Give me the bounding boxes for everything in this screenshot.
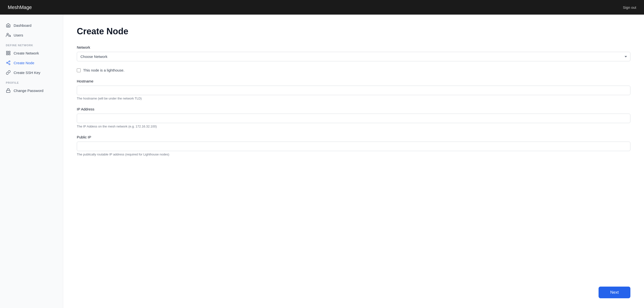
- ip-address-hint: The IP Addess on the mesh network (e.g. …: [77, 125, 630, 128]
- sidebar-item-create-network[interactable]: Create Network: [0, 48, 63, 58]
- sidebar-label-create-node: Create Node: [14, 61, 34, 65]
- public-ip-label: Public IP: [77, 135, 630, 139]
- hostname-hint: The hostname (will be under the network …: [77, 97, 630, 100]
- lighthouse-label: This node is a lighthouse.: [83, 68, 124, 72]
- svg-point-0: [7, 33, 8, 35]
- sidebar: Dashboard Users Define Network: [0, 15, 63, 308]
- app-logo: MeshMage: [8, 5, 32, 10]
- page-title: Create Node: [77, 26, 630, 37]
- svg-rect-4: [9, 54, 10, 55]
- ip-address-label: IP Address: [77, 107, 630, 111]
- sidebar-item-create-node[interactable]: Create Node: [0, 58, 63, 68]
- svg-rect-8: [6, 90, 10, 92]
- hostname-field-group: Hostname The hostname (will be under the…: [77, 79, 630, 100]
- lock-icon: [6, 88, 11, 93]
- users-icon: [6, 33, 11, 38]
- section-define-network: Define Network: [0, 40, 63, 48]
- public-ip-field-group: Public IP The publically routable IP add…: [77, 135, 630, 156]
- header: MeshMage Sign out: [0, 0, 644, 15]
- layout: Dashboard Users Define Network: [0, 15, 644, 308]
- svg-point-7: [9, 64, 10, 65]
- home-icon: [6, 23, 11, 28]
- public-ip-input[interactable]: [77, 142, 630, 151]
- hostname-label: Hostname: [77, 79, 630, 83]
- sidebar-item-create-ssh-key[interactable]: Create SSH Key: [0, 68, 63, 77]
- ip-address-input[interactable]: [77, 114, 630, 123]
- network-label: Network: [77, 45, 630, 49]
- hostname-input[interactable]: [77, 86, 630, 95]
- sidebar-label-dashboard: Dashboard: [14, 23, 31, 28]
- svg-point-6: [6, 62, 8, 64]
- sidebar-label-users: Users: [14, 33, 23, 37]
- link-icon: [6, 70, 11, 75]
- main-content: Create Node Network Choose Network This …: [63, 15, 644, 308]
- svg-rect-3: [6, 54, 8, 55]
- network-field-group: Network Choose Network: [77, 45, 630, 61]
- svg-rect-1: [6, 51, 8, 53]
- signout-button[interactable]: Sign out: [623, 5, 636, 10]
- svg-rect-2: [9, 51, 10, 53]
- public-ip-hint: The publically routable IP address (requ…: [77, 153, 630, 156]
- network-select[interactable]: Choose Network: [77, 52, 630, 61]
- section-profile: Profile: [0, 77, 63, 86]
- grid-icon: [6, 51, 11, 56]
- svg-point-5: [9, 61, 10, 62]
- sidebar-label-create-network: Create Network: [14, 51, 39, 55]
- sidebar-item-users[interactable]: Users: [0, 30, 63, 40]
- lighthouse-checkbox[interactable]: [77, 68, 81, 72]
- lighthouse-checkbox-row: This node is a lighthouse.: [77, 68, 630, 72]
- share-icon: [6, 60, 11, 65]
- ip-address-field-group: IP Address The IP Addess on the mesh net…: [77, 107, 630, 128]
- sidebar-label-create-ssh-key: Create SSH Key: [14, 71, 40, 75]
- next-button[interactable]: Next: [598, 286, 630, 298]
- sidebar-label-change-password: Change Password: [14, 89, 44, 93]
- sidebar-item-change-password[interactable]: Change Password: [0, 86, 63, 95]
- network-select-wrapper: Choose Network: [77, 52, 630, 61]
- sidebar-item-dashboard[interactable]: Dashboard: [0, 21, 63, 30]
